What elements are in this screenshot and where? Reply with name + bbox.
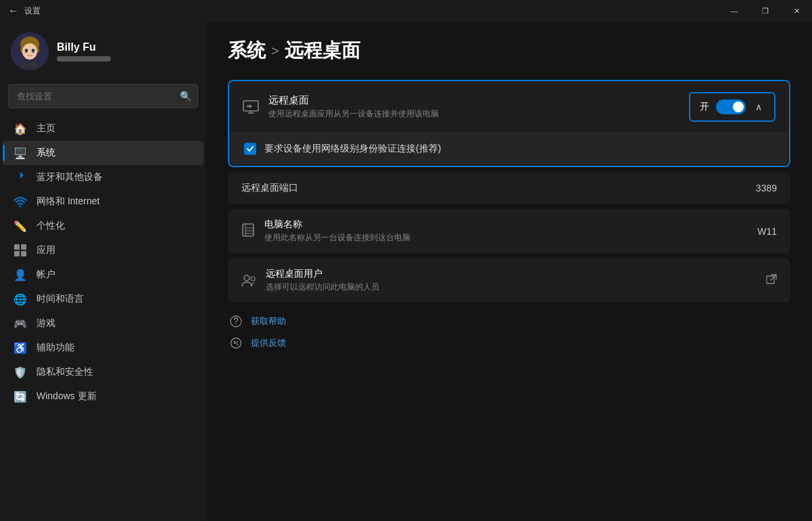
remote-users-panel[interactable]: 远程桌面用户 选择可以远程访问此电脑的人员 <box>228 258 790 302</box>
close-button[interactable]: ✕ <box>781 0 812 22</box>
get-help-link[interactable]: 获取帮助 <box>251 315 286 327</box>
sidebar-item-bluetooth[interactable]: 蓝牙和其他设备 <box>3 165 204 189</box>
sidebar-item-accessibility[interactable]: ♿ 辅助功能 <box>3 336 204 360</box>
remote-desktop-icon <box>243 100 259 114</box>
main-layout: Billy Fu 🔍 🏠 主页 🖥️ 系统 <box>0 22 812 521</box>
sidebar-item-gaming[interactable]: 🎮 游戏 <box>3 311 204 336</box>
sidebar-item-home[interactable]: 🏠 主页 <box>3 116 204 141</box>
system-icon: 🖥️ <box>14 146 27 160</box>
minimize-button[interactable]: — <box>719 0 750 22</box>
breadcrumb-arrow: > <box>271 43 279 59</box>
search-input[interactable] <box>8 84 198 108</box>
home-icon: 🏠 <box>14 122 27 135</box>
sidebar-item-updates-label: Windows 更新 <box>37 390 97 403</box>
user-status-bar <box>57 56 111 62</box>
back-button[interactable]: ← <box>8 5 19 17</box>
sidebar-item-network[interactable]: 网络和 Internet <box>3 189 204 214</box>
sidebar-item-accounts-label: 帐户 <box>37 269 55 281</box>
remote-users-title: 远程桌面用户 <box>266 268 766 280</box>
main-content: 系统 > 远程桌面 远程桌面 使用远程桌面应用从另一设备连接并使用该电 <box>206 22 812 521</box>
toggle-expand-icon[interactable]: ∧ <box>753 99 765 115</box>
get-help-item[interactable]: 获取帮助 <box>228 313 790 330</box>
sidebar: Billy Fu 🔍 🏠 主页 🖥️ 系统 <box>0 22 206 521</box>
svg-point-7 <box>32 49 34 51</box>
personalization-icon: ✏️ <box>14 219 27 233</box>
port-label: 远程桌面端口 <box>241 182 756 194</box>
avatar <box>11 32 49 70</box>
accessibility-icon: ♿ <box>14 341 27 355</box>
privacy-icon: 🛡️ <box>14 365 27 379</box>
titlebar: ← 设置 — ❐ ✕ <box>0 0 812 22</box>
remote-desktop-title: 远程桌面 <box>268 94 689 107</box>
sidebar-item-privacy-label: 隐私和安全性 <box>37 366 93 378</box>
svg-rect-12 <box>21 244 26 250</box>
remote-desktop-text: 远程桌面 使用远程桌面应用从另一设备连接并使用该电脑 <box>268 94 689 120</box>
breadcrumb-current: 远程桌面 <box>285 38 360 64</box>
sidebar-item-personalization-label: 个性化 <box>37 220 65 232</box>
svg-point-21 <box>244 275 249 281</box>
sidebar-item-personalization[interactable]: ✏️ 个性化 <box>3 214 204 238</box>
sidebar-item-home-label: 主页 <box>37 122 55 135</box>
help-section: 获取帮助 提供反馈 <box>228 313 790 351</box>
remote-users-desc: 选择可以远程访问此电脑的人员 <box>266 281 766 293</box>
sidebar-item-system[interactable]: 🖥️ 系统 <box>3 141 204 165</box>
svg-point-8 <box>23 53 26 54</box>
remote-desktop-desc: 使用远程桌面应用从另一设备连接并使用该电脑 <box>268 108 689 120</box>
get-help-icon <box>228 313 244 330</box>
breadcrumb: 系统 > 远程桌面 <box>228 38 790 64</box>
svg-point-10 <box>20 206 22 208</box>
toggle-on-label: 开 <box>700 101 709 113</box>
nla-checkbox-label: 要求设备使用网络级别身份验证连接(推荐) <box>264 143 441 155</box>
feedback-link[interactable]: 提供反馈 <box>251 337 286 349</box>
sidebar-item-apps[interactable]: 应用 <box>3 238 204 263</box>
remote-desktop-panel: 远程桌面 使用远程桌面应用从另一设备连接并使用该电脑 开 ∧ 要求设备使用网络级 <box>228 80 790 167</box>
computer-name-row: 电脑名称 使用此名称从另一台设备连接到这台电脑 W11 <box>228 209 790 253</box>
sidebar-item-gaming-label: 游戏 <box>37 317 55 330</box>
port-value: 3389 <box>756 183 777 194</box>
sidebar-item-accounts[interactable]: 👤 帐户 <box>3 263 204 287</box>
window-controls: — ❐ ✕ <box>719 0 812 22</box>
restore-button[interactable]: ❐ <box>750 0 781 22</box>
search-box[interactable]: 🔍 <box>8 84 198 108</box>
sidebar-item-system-label: 系统 <box>37 147 55 159</box>
computer-name-text: 电脑名称 使用此名称从另一台设备连接到这台电脑 <box>264 219 757 244</box>
search-icon: 🔍 <box>180 91 191 101</box>
svg-rect-13 <box>14 251 20 256</box>
sidebar-item-accessibility-label: 辅助功能 <box>37 342 74 354</box>
remote-users-row[interactable]: 远程桌面用户 选择可以远程访问此电脑的人员 <box>228 258 790 302</box>
computer-name-title: 电脑名称 <box>264 219 757 231</box>
user-section[interactable]: Billy Fu <box>0 22 206 78</box>
computer-name-value: W11 <box>757 226 777 237</box>
network-icon <box>14 195 27 208</box>
svg-point-6 <box>26 49 27 51</box>
sidebar-item-updates[interactable]: 🔄 Windows 更新 <box>3 384 204 409</box>
checkbox-row: 要求设备使用网络级别身份验证连接(推荐) <box>231 133 788 164</box>
svg-rect-16 <box>243 224 254 236</box>
toggle-outer: 开 ∧ <box>689 92 775 122</box>
feedback-item[interactable]: 提供反馈 <box>228 335 790 351</box>
svg-point-22 <box>251 277 255 281</box>
svg-point-28 <box>237 341 238 342</box>
computer-name-desc: 使用此名称从另一台设备连接到这台电脑 <box>264 232 757 244</box>
sidebar-item-privacy[interactable]: 🛡️ 隐私和安全性 <box>3 360 204 384</box>
sidebar-item-network-label: 网络和 Internet <box>37 196 99 208</box>
time-icon: 🌐 <box>14 292 27 306</box>
svg-point-3 <box>22 43 37 60</box>
svg-point-9 <box>34 53 37 54</box>
sidebar-item-apps-label: 应用 <box>37 244 55 256</box>
svg-rect-11 <box>14 244 20 250</box>
remote-desktop-toggle[interactable] <box>716 99 746 114</box>
computer-name-icon <box>241 223 255 240</box>
nla-checkbox[interactable] <box>244 143 256 155</box>
remote-desktop-header: 远程桌面 使用远程桌面应用从另一设备连接并使用该电脑 开 ∧ <box>229 81 789 133</box>
sidebar-item-time-label: 时间和语言 <box>37 293 84 305</box>
computer-name-panel: 电脑名称 使用此名称从另一台设备连接到这台电脑 W11 <box>228 209 790 253</box>
remote-users-link-icon[interactable] <box>766 274 777 287</box>
user-info: Billy Fu <box>57 41 111 62</box>
apps-icon <box>14 244 27 257</box>
feedback-icon <box>228 335 244 351</box>
sidebar-item-time[interactable]: 🌐 时间和语言 <box>3 287 204 311</box>
svg-point-25 <box>235 323 237 325</box>
bluetooth-icon <box>14 171 27 184</box>
gaming-icon: 🎮 <box>14 317 27 330</box>
